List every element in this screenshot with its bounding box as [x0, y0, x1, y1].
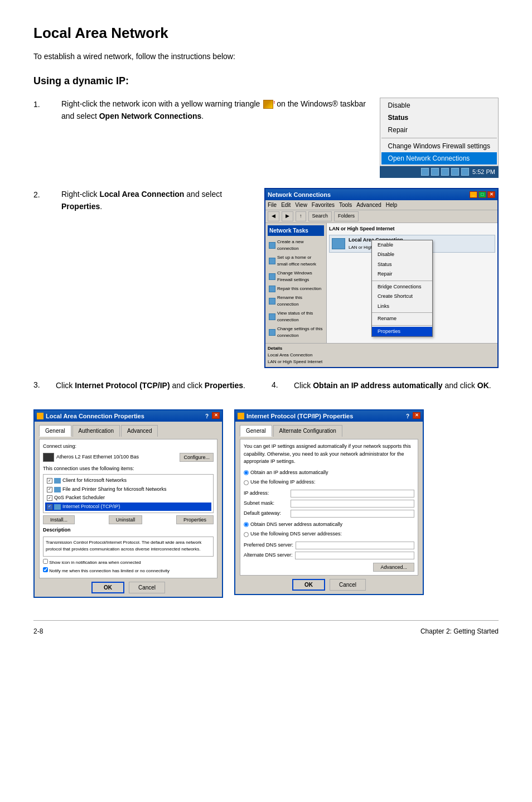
menu-view[interactable]: View — [295, 201, 307, 209]
cb-qos[interactable] — [47, 495, 52, 501]
configure-button[interactable]: Configure... — [180, 453, 214, 462]
sidebar-rename[interactable]: Rename this connection — [268, 294, 324, 308]
rcm-sep3 — [372, 325, 432, 326]
cb-printer[interactable] — [47, 487, 52, 492]
subnet-mask-input[interactable] — [291, 500, 414, 508]
ip-ok-button[interactable]: OK — [292, 579, 325, 591]
toolbar-folders[interactable]: Folders — [334, 211, 359, 221]
menu-help[interactable]: Help — [386, 201, 398, 209]
lan-dialog-title: Local Area Connection Properties — [46, 412, 144, 421]
menu-tools[interactable]: Tools — [339, 201, 352, 209]
rcm-repair[interactable]: Repair — [372, 269, 432, 279]
ip-dialog-title-btns: ? ✕ — [404, 412, 420, 421]
step-1-number: 1. — [33, 98, 61, 110]
obtain-dns-radio-row: Obtain DNS server address automatically — [244, 521, 414, 529]
sidebar-firewall[interactable]: Change Windows Firewall settings — [268, 269, 324, 284]
cb-notify2[interactable] — [43, 567, 48, 572]
use-following-ip-radio[interactable] — [244, 480, 249, 485]
taskbar-time: 5:52 PM — [472, 167, 495, 177]
dialog-help-btn[interactable]: ? — [203, 412, 211, 421]
gateway-input[interactable] — [291, 510, 414, 518]
screenshots-row2: Local Area Connection Properties ? ✕ Gen… — [33, 409, 499, 598]
alternate-dns-input[interactable] — [295, 552, 414, 559]
step-2-number: 2. — [33, 188, 61, 201]
taskbar-icon-4 — [451, 168, 459, 176]
label-qos: QoS Packet Scheduler — [54, 494, 105, 502]
win-maximize-btn[interactable]: □ — [478, 191, 486, 198]
obtain-ip-radio[interactable] — [244, 470, 249, 475]
rcm-rename[interactable]: Rename — [372, 314, 432, 324]
ip-dialog-title-icon — [238, 413, 244, 419]
rcm-shortcut[interactable]: Create Shortcut — [372, 292, 432, 302]
gateway-label: Default gateway: — [244, 510, 288, 518]
menu-file[interactable]: File — [268, 201, 277, 209]
ip-cancel-button[interactable]: Cancel — [330, 579, 366, 591]
description-label: Description — [43, 526, 214, 534]
rcm-links[interactable]: Links — [372, 302, 432, 312]
description-box: Transmission Control Protocol/Internet P… — [43, 537, 214, 557]
obtain-dns-radio[interactable] — [244, 522, 249, 527]
tab-general[interactable]: General — [39, 425, 71, 437]
step-3-bold1: Internet Protocol (TCP/IP) — [75, 381, 170, 390]
cb-notify1[interactable] — [43, 559, 48, 564]
item-tcp-ip[interactable]: Internet Protocol (TCP/IP) — [45, 503, 211, 511]
label-client: Client for Microsoft Networks — [62, 477, 127, 485]
win-minimize-btn[interactable]: _ — [470, 191, 477, 198]
win-titlebar-btns: _ □ ✕ — [470, 191, 495, 198]
properties-button[interactable]: Properties — [176, 515, 214, 524]
advanced-button[interactable]: Advanced... — [373, 563, 414, 572]
sidebar-view-status[interactable]: View status of this connection — [268, 310, 324, 324]
rcm-status[interactable]: Status — [372, 260, 432, 270]
ip-tab-general[interactable]: General — [240, 425, 272, 437]
ip-address-input[interactable] — [291, 490, 414, 497]
rcm-properties[interactable]: Properties — [372, 327, 432, 337]
sidebar-home-network[interactable]: Set up a home or small office network — [268, 254, 324, 268]
home-network-icon — [269, 258, 275, 264]
cb-client[interactable] — [47, 478, 52, 484]
taskbar-icon-5 — [461, 168, 469, 176]
adapter-name: Atheros L2 Fast Ethernet 10/100 Bas — [56, 453, 177, 461]
obtain-ip-radio-row: Obtain an IP address automatically — [244, 469, 414, 477]
ip-dialog-help-btn[interactable]: ? — [404, 412, 412, 421]
use-dns-radio[interactable] — [244, 532, 249, 537]
uninstall-button[interactable]: Uninstall — [109, 515, 143, 524]
ip-tab-alternate[interactable]: Alternate Configuration — [273, 425, 342, 437]
menu-edit[interactable]: Edit — [281, 201, 291, 209]
menu-favorites[interactable]: Favorites — [312, 201, 335, 209]
gateway-row: Default gateway: — [244, 510, 414, 518]
rename-icon — [269, 298, 275, 305]
preferred-dns-input[interactable] — [296, 542, 414, 549]
tab-advanced[interactable]: Advanced — [121, 425, 158, 437]
sidebar-repair[interactable]: Repair this connection — [268, 285, 324, 293]
lan-cancel-button[interactable]: Cancel — [129, 582, 165, 593]
context-menu-open-network[interactable]: Open Network Connections — [381, 152, 497, 165]
toolbar-forward[interactable]: ▶ — [282, 211, 293, 221]
cb-tcpip[interactable] — [47, 504, 52, 510]
ip-dialog-titlebar: Internet Protocol (TCP/IP) Properties ? … — [235, 410, 423, 422]
ip-dialog-close-btn[interactable]: ✕ — [413, 412, 420, 419]
toolbar-search[interactable]: Search — [308, 211, 332, 221]
menu-advanced[interactable]: Advanced — [356, 201, 381, 209]
install-button[interactable]: Install... — [43, 515, 75, 524]
toolbar-up[interactable]: ↑ — [296, 211, 306, 221]
step-4-text: Click Obtain an IP address automatically… — [294, 379, 491, 392]
description-text: Transmission Control Protocol/Internet P… — [46, 540, 201, 552]
ip-auto-text: You can get IP settings assigned automat… — [244, 443, 414, 466]
win-details-section: Details Local Area Connection LAN or Hig… — [265, 343, 497, 367]
win-close-btn[interactable]: ✕ — [487, 191, 495, 198]
sidebar-change-settings[interactable]: Change settings of this connection — [268, 325, 324, 340]
step-1-bold: Open Network Connections — [99, 112, 202, 120]
dialog-title-left: Local Area Connection Properties — [37, 412, 144, 421]
rcm-bridge[interactable]: Bridge Connections — [372, 282, 432, 292]
repair-icon — [269, 286, 275, 292]
advanced-btn-row: Advanced... — [244, 563, 414, 572]
rcm-enable[interactable]: Enable — [372, 240, 432, 250]
step-1-row: 1. Right-click the network icon with a y… — [33, 98, 499, 178]
tab-authentication[interactable]: Authentication — [72, 425, 120, 437]
toolbar-back[interactable]: ◀ — [268, 211, 279, 221]
connection-icon — [332, 238, 345, 249]
lan-dialog-close-btn[interactable]: ✕ — [212, 412, 220, 419]
lan-ok-button[interactable]: OK — [91, 582, 124, 593]
sidebar-create-connection[interactable]: Create a new connection — [268, 238, 324, 253]
rcm-disable[interactable]: Disable — [372, 250, 432, 260]
